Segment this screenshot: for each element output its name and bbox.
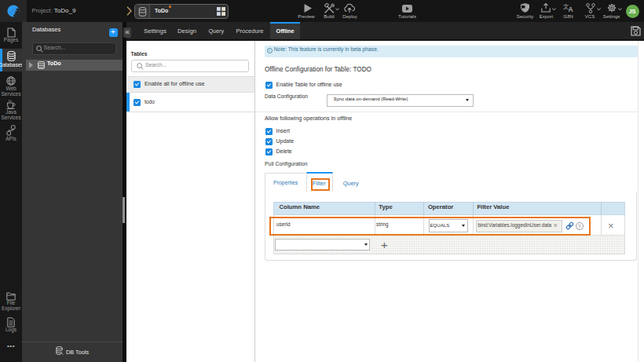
svg-text:A: A [569, 5, 573, 13]
